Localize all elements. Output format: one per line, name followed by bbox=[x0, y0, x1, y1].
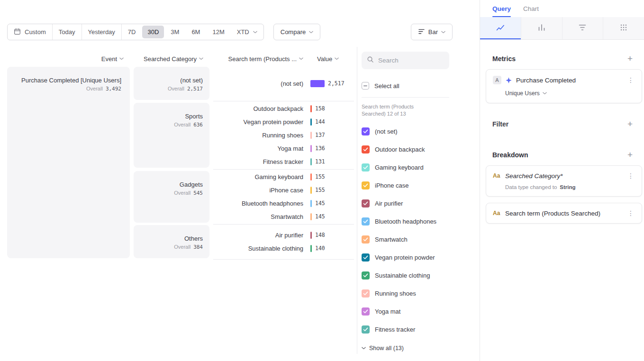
value-cell: 158 bbox=[310, 105, 325, 112]
funnel-report-tab[interactable] bbox=[562, 17, 603, 39]
value-cell: 155 bbox=[310, 187, 325, 194]
value-bar bbox=[310, 145, 312, 152]
series-label: (not set) bbox=[375, 128, 398, 135]
category-cell[interactable]: OthersOverall384 bbox=[134, 225, 209, 258]
breakdown-card[interactable]: AaSearch term (Products Searched)⋮ bbox=[486, 203, 642, 224]
column-header-searched-category[interactable]: Searched Category bbox=[134, 55, 209, 63]
category-overall: Overall2,517 bbox=[137, 86, 203, 92]
select-all[interactable]: Select all bbox=[362, 82, 452, 90]
term-row[interactable]: Outdoor backpack158 bbox=[213, 102, 354, 115]
term-row[interactable]: Air purifier148 bbox=[213, 228, 354, 242]
more-options-button[interactable]: ⋮ bbox=[626, 209, 635, 217]
term-label: Vegan protein powder bbox=[213, 118, 303, 126]
breakdown-card[interactable]: AaSearched Category*⋮Data type changed t… bbox=[486, 165, 642, 197]
series-checkbox-item[interactable]: Gaming keyboard bbox=[362, 158, 452, 176]
compare-button[interactable]: Compare bbox=[273, 24, 320, 40]
series-checkbox-item[interactable]: Sustainable clothing bbox=[362, 266, 452, 284]
term-row[interactable]: Gaming keyboard155 bbox=[213, 170, 354, 183]
term-row[interactable]: Running shoes137 bbox=[213, 128, 354, 142]
insights-report-tab[interactable] bbox=[480, 17, 521, 39]
event-cell[interactable]: Purchase Completed [Unique Users] Overal… bbox=[7, 67, 130, 258]
grid-report-tab[interactable] bbox=[603, 17, 644, 39]
term-row[interactable]: Yoga mat136 bbox=[213, 142, 354, 155]
more-options-button[interactable]: ⋮ bbox=[626, 172, 635, 180]
series-checkbox-item[interactable]: Bluetooth headphones bbox=[362, 212, 452, 230]
add-breakdown-button[interactable]: + bbox=[627, 150, 633, 159]
date-range-12m[interactable]: 12M bbox=[206, 24, 230, 40]
column-header-event[interactable]: Event bbox=[7, 55, 130, 63]
chevron-down-icon bbox=[543, 92, 547, 95]
term-row[interactable]: iPhone case155 bbox=[213, 183, 354, 197]
column-header-search-term[interactable]: Search term (Products ... bbox=[213, 55, 303, 63]
breakdown-property-name: Search term (Products Searched) bbox=[505, 210, 600, 217]
category-cell[interactable]: (not set)Overall2,517 bbox=[134, 67, 209, 100]
date-range-7d[interactable]: 7D bbox=[122, 24, 142, 40]
term-row[interactable]: Bluetooth headphones145 bbox=[213, 197, 354, 210]
series-checkbox[interactable] bbox=[362, 307, 370, 316]
series-checkbox[interactable] bbox=[362, 145, 370, 153]
column-header-value[interactable]: Value bbox=[317, 55, 339, 63]
bar-chart-report-tab[interactable] bbox=[521, 17, 562, 39]
date-range-6m[interactable]: 6M bbox=[185, 24, 206, 40]
value-bar bbox=[310, 187, 312, 194]
add-filter-button[interactable]: + bbox=[627, 119, 633, 128]
date-range-custom[interactable]: Custom bbox=[8, 24, 53, 40]
series-checkbox[interactable] bbox=[362, 235, 370, 244]
select-all-checkbox[interactable] bbox=[362, 82, 369, 90]
more-options-button[interactable]: ⋮ bbox=[626, 76, 635, 84]
series-checkbox-item[interactable]: iPhone case bbox=[362, 176, 452, 194]
series-checkbox[interactable] bbox=[362, 217, 370, 226]
series-checkbox[interactable] bbox=[362, 163, 370, 171]
series-checkbox-item[interactable]: Running shoes bbox=[362, 284, 452, 302]
value-cell: 131 bbox=[310, 158, 325, 165]
value-label: 148 bbox=[315, 232, 325, 238]
series-checkbox-item[interactable]: Outdoor backpack bbox=[362, 140, 452, 158]
date-range-label: XTD bbox=[237, 28, 249, 36]
search-input[interactable]: Search bbox=[362, 52, 449, 69]
value-bar bbox=[310, 80, 325, 87]
value-cell: 155 bbox=[310, 173, 325, 180]
date-range-30d[interactable]: 30D bbox=[142, 26, 164, 38]
series-checkbox-item[interactable]: Air purifier bbox=[362, 194, 452, 212]
series-checkbox-item[interactable]: Vegan protein powder bbox=[362, 248, 452, 266]
series-checkbox-item[interactable]: Smartwatch bbox=[362, 230, 452, 248]
series-checkbox[interactable] bbox=[362, 127, 370, 135]
report-canvas: CustomTodayYesterday7D30D3M6M12MXTD Comp… bbox=[0, 0, 480, 361]
add-metric-button[interactable]: + bbox=[627, 54, 633, 63]
date-range-3m[interactable]: 3M bbox=[164, 24, 185, 40]
series-checkbox-item[interactable]: Fitness tracker bbox=[362, 320, 452, 338]
term-row[interactable]: Sustainable clothing140 bbox=[213, 242, 354, 255]
measurement-selector[interactable]: Unique Users bbox=[505, 90, 635, 97]
value-label: 136 bbox=[315, 145, 325, 152]
metric-card[interactable]: A Purchase Completed ⋮ Unique Users bbox=[486, 69, 642, 103]
date-range-today[interactable]: Today bbox=[53, 24, 82, 40]
series-checkbox[interactable] bbox=[362, 253, 370, 262]
term-row[interactable]: Fitness tracker131 bbox=[213, 155, 354, 168]
term-label: Fitness tracker bbox=[213, 158, 303, 165]
term-row[interactable]: (not set)2,517 bbox=[213, 77, 354, 90]
series-checkbox-item[interactable]: (not set) bbox=[362, 122, 452, 140]
show-all-button[interactable]: Show all (13) bbox=[362, 345, 452, 352]
date-range-yesterday[interactable]: Yesterday bbox=[82, 24, 122, 40]
term-label: Sustainable clothing bbox=[213, 245, 303, 252]
table-body: Purchase Completed [Unique Users] Overal… bbox=[7, 67, 354, 260]
series-label: Bluetooth headphones bbox=[375, 218, 436, 225]
report-table: Event Searched Category Search term (Pro… bbox=[7, 47, 480, 354]
series-checkbox[interactable] bbox=[362, 271, 370, 280]
value-bar bbox=[310, 213, 312, 220]
tab-query[interactable]: Query bbox=[492, 0, 511, 17]
term-row[interactable]: Vegan protein powder144 bbox=[213, 115, 354, 128]
series-checkbox-item[interactable]: Yoga mat bbox=[362, 302, 452, 320]
date-range-xtd[interactable]: XTD bbox=[231, 24, 263, 40]
category-cell[interactable]: SportsOverall636 bbox=[134, 103, 209, 168]
series-checkbox[interactable] bbox=[362, 325, 370, 334]
term-row[interactable]: Smartwatch145 bbox=[213, 210, 354, 223]
value-label: 137 bbox=[315, 132, 325, 138]
series-checkbox[interactable] bbox=[362, 289, 370, 298]
tab-chart[interactable]: Chart bbox=[523, 0, 539, 17]
series-checkbox[interactable] bbox=[362, 199, 370, 208]
series-checkbox[interactable] bbox=[362, 181, 370, 190]
chart-type-button[interactable]: Bar bbox=[411, 24, 453, 40]
category-cell[interactable]: GadgetsOverall545 bbox=[134, 171, 209, 223]
table-groups: (not set)Overall2,517(not set)2,517Sport… bbox=[134, 67, 354, 260]
